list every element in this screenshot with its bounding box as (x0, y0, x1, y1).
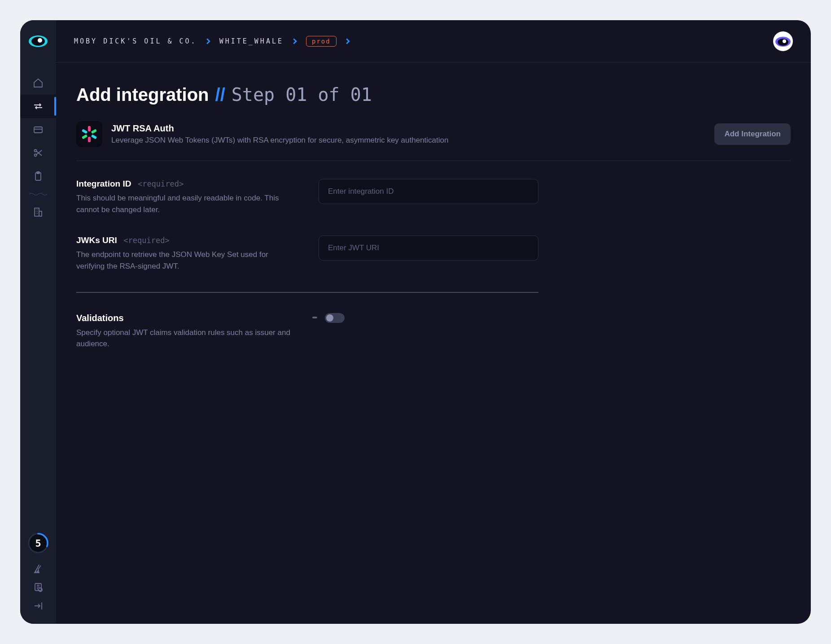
nav-clipboard[interactable] (20, 165, 56, 188)
exit-icon[interactable] (33, 600, 44, 611)
app-logo[interactable] (28, 31, 48, 51)
breadcrumb-env[interactable]: prod (306, 36, 337, 47)
integration-header: JWT RSA Auth Leverage JSON Web Tokens (J… (76, 121, 791, 161)
chevron-right-icon (205, 38, 211, 44)
scissors-icon (33, 148, 44, 158)
svg-rect-19 (88, 126, 91, 131)
svg-rect-22 (88, 137, 91, 142)
svg-rect-20 (91, 129, 97, 134)
svg-point-2 (38, 38, 42, 43)
divider-icon (29, 192, 47, 196)
validations-title: Validations (76, 313, 292, 323)
nav-org[interactable] (20, 200, 56, 224)
field-help: This should be meaningful and easily rea… (76, 192, 292, 215)
validations-help: Specify optional JWT claims validation r… (76, 327, 292, 350)
section-validations: Validations Specify optional JWT claims … (76, 313, 791, 350)
field-label: JWKs URI (76, 235, 117, 245)
required-tag: <required> (123, 236, 169, 245)
field-jwks-uri: JWKs URI <required> The endpoint to retr… (76, 235, 791, 272)
topbar: MOBY DICK'S OIL & CO. WHITE_WHALE prod (56, 20, 811, 63)
svg-rect-21 (91, 134, 97, 139)
svg-rect-8 (35, 208, 39, 216)
settings-icon[interactable] (33, 582, 44, 592)
svg-rect-24 (82, 129, 87, 134)
progress-value: 5 (27, 532, 49, 554)
svg-rect-9 (39, 211, 42, 216)
svg-rect-3 (34, 127, 42, 133)
jwks-uri-input[interactable] (319, 235, 538, 261)
card-icon (33, 124, 44, 135)
step-indicator: Step 01 of 01 (232, 84, 372, 105)
nav-clip[interactable] (20, 141, 56, 165)
clipboard-icon (33, 171, 44, 182)
toggle-indicator-icon (312, 317, 317, 318)
home-icon (33, 78, 44, 88)
breadcrumb-org[interactable]: MOBY DICK'S OIL & CO. (74, 37, 197, 45)
page-title: Add integration // Step 01 of 01 (76, 84, 791, 105)
integration-description: Leverage JSON Web Tokens (JWTs) with RSA… (111, 136, 705, 145)
main-content: MOBY DICK'S OIL & CO. WHITE_WHALE prod A… (56, 20, 811, 624)
nav-payments[interactable] (20, 118, 56, 141)
building-icon (33, 207, 44, 218)
chevron-right-icon (292, 38, 298, 44)
breadcrumbs: MOBY DICK'S OIL & CO. WHITE_WHALE prod (74, 36, 351, 47)
integration-id-input[interactable] (319, 179, 538, 204)
step-separator: // (215, 85, 225, 105)
chevron-right-icon (345, 38, 351, 44)
integration-title: JWT RSA Auth (111, 123, 705, 134)
sidebar: 5 (20, 20, 56, 624)
page-title-text: Add integration (76, 85, 209, 105)
progress-indicator[interactable]: 5 (27, 532, 49, 554)
section-divider (76, 292, 538, 293)
nav-home[interactable] (20, 71, 56, 95)
field-help: The endpoint to retrieve the JSON Web Ke… (76, 249, 292, 272)
validations-toggle[interactable] (325, 313, 345, 323)
field-label: Integration ID (76, 179, 131, 188)
breadcrumb-project[interactable]: WHITE_WHALE (219, 37, 284, 45)
user-avatar[interactable] (773, 31, 793, 51)
svg-point-18 (783, 39, 786, 43)
nav-integrations[interactable] (20, 95, 56, 118)
required-tag: <required> (138, 179, 184, 188)
add-integration-button[interactable]: Add Integration (714, 123, 791, 145)
broom-icon[interactable] (33, 563, 44, 574)
field-integration-id: Integration ID <required> This should be… (76, 179, 791, 215)
integration-logo (76, 121, 102, 147)
svg-rect-23 (82, 134, 87, 139)
transfer-icon (33, 101, 44, 112)
